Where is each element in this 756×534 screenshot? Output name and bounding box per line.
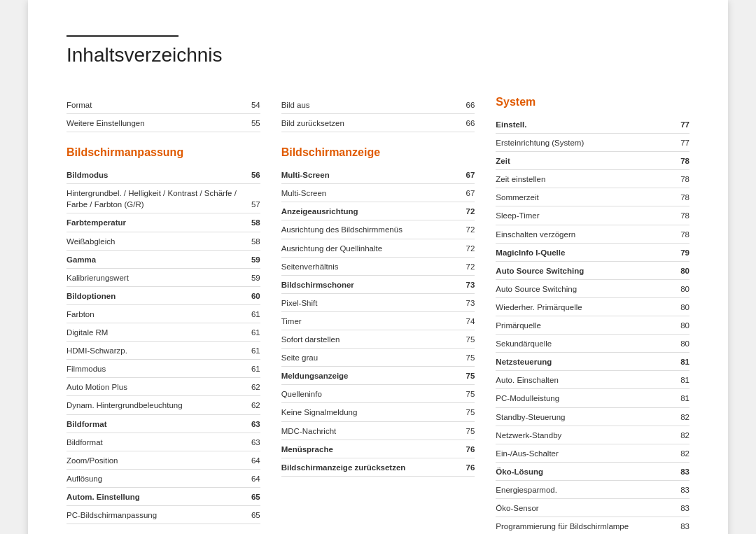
toc-entry: Format 54 — [66, 96, 260, 114]
entry-text: Quelleninfo — [281, 388, 466, 400]
entry-text: Multi-Screen — [281, 169, 466, 181]
entry-page: 62 — [251, 381, 260, 393]
entry-page: 56 — [251, 169, 260, 181]
entry-page: 81 — [680, 374, 690, 386]
toc-entry: Bildformat 63 — [66, 433, 260, 451]
entry-page: 63 — [251, 419, 260, 430]
entry-page: 72 — [466, 243, 475, 254]
entry-text: Primärquelle — [496, 320, 680, 331]
toc-entry: Ausrichtung des Bildschirmmenüs 72 — [281, 220, 475, 239]
entry-page: 75 — [466, 388, 475, 400]
entry-page: 76 — [466, 444, 475, 455]
entry-text: Sekundärquelle — [496, 338, 680, 349]
entry-page: 58 — [251, 236, 260, 247]
entry-page: 78 — [680, 229, 690, 240]
entry-text: Sofort darstellen — [281, 334, 466, 345]
entry-text: Farbton — [66, 309, 251, 320]
entry-text: Zeit — [496, 155, 680, 167]
toc-entry: Multi-Screen 67 — [281, 184, 475, 202]
entry-page: 64 — [251, 455, 260, 466]
entry-page: 82 — [680, 430, 690, 441]
toc-entry: Menüsprache 76 — [281, 440, 475, 458]
toc-entry: Öko-Sensor 83 — [496, 499, 690, 517]
entry-text: MDC-Nachricht — [281, 426, 466, 437]
entry-text: Netzsteuerung — [496, 356, 680, 367]
col2-top-entries: Bild aus 66 Bild zurücksetzen 66 — [281, 96, 475, 132]
entry-page: 78 — [680, 174, 690, 185]
entry-page: 83 — [680, 484, 690, 496]
toc-entry: Auto Motion Plus 62 — [66, 378, 260, 396]
toc-entry: MagicInfo I-Quelle 79 — [496, 244, 690, 262]
toc-entry: PC-Bildschirmanpassung 65 — [66, 506, 260, 524]
entry-text: Energiesparmod. — [496, 484, 680, 496]
entry-page: 82 — [680, 448, 690, 459]
entry-text: Auflösung — [66, 473, 251, 484]
toc-entry: Netzsteuerung 81 — [496, 353, 690, 371]
col2-sections: Bildschirmanzeige Multi-Screen 67 Multi-… — [281, 146, 475, 477]
toc-entry: Auto Source Switching 80 — [496, 280, 690, 298]
page-title: Inhaltsverzeichnis — [66, 44, 690, 68]
entry-page: 72 — [466, 261, 475, 272]
entry-text: Programmierung für Bildschirmlampe — [496, 521, 680, 532]
toc-entry: Dynam. Hintergrundbeleuchtung 62 — [66, 396, 260, 414]
entry-text: Weißabgleich — [66, 236, 251, 247]
entry-page: 59 — [251, 272, 260, 283]
toc-entry: Öko-Lösung 83 — [496, 463, 690, 481]
toc-entry: Farbtemperatur 58 — [66, 213, 260, 232]
entry-text: Autom. Einstellung — [66, 491, 251, 503]
entry-text: Bildschirmanzeige zurücksetzen — [281, 462, 466, 473]
entry-page: 57 — [251, 199, 260, 210]
entry-page: 66 — [466, 99, 475, 111]
entry-page: 75 — [466, 370, 475, 381]
page: Inhaltsverzeichnis Format 54 Weitere Ein… — [28, 0, 728, 534]
entry-text: Öko-Lösung — [496, 466, 680, 477]
entry-text: Standby-Steuerung — [496, 412, 680, 423]
toc-entry: Bildschirmschoner 73 — [281, 276, 475, 294]
column-1: Format 54 Weitere Einstellungen 55 Bilds… — [66, 96, 281, 534]
toc-entry: Multi-Screen 67 — [281, 166, 475, 184]
column-2: Bild aus 66 Bild zurücksetzen 66 Bildsch… — [281, 96, 496, 534]
entry-text: Digitale RM — [66, 327, 251, 338]
toc-entry: Auto Source Switching 80 — [496, 262, 690, 280]
toc-entry: Weißabgleich 58 — [66, 232, 260, 251]
col1-top-entries: Format 54 Weitere Einstellungen 55 — [66, 96, 260, 132]
toc-entry: PC-Modulleistung 81 — [496, 389, 690, 407]
toc-entry: HDMI-Schwarzp. 61 — [66, 342, 260, 360]
entry-page: 65 — [251, 510, 260, 521]
toc-entry: Sleep-Timer 78 — [496, 206, 690, 225]
entry-page: 81 — [680, 393, 690, 404]
entry-page: 64 — [251, 473, 260, 484]
entry-page: 59 — [251, 254, 260, 265]
toc-entry: Sekundärquelle 80 — [496, 335, 690, 353]
entry-page: 75 — [466, 334, 475, 345]
entry-page: 76 — [466, 462, 475, 473]
content-columns: Format 54 Weitere Einstellungen 55 Bilds… — [66, 96, 690, 534]
title-underline — [66, 35, 178, 37]
entry-text: Auto. Einschalten — [496, 374, 680, 386]
toc-entry: Ein-/Aus-Schalter 82 — [496, 444, 690, 463]
entry-text: Seite grau — [281, 352, 466, 363]
entry-text: Wiederher. Primärquelle — [496, 302, 680, 313]
entry-text: Ein-/Aus-Schalter — [496, 448, 680, 459]
toc-entry: Auto. Einschalten 81 — [496, 371, 690, 389]
entry-text: Ersteinrichtung (System) — [496, 137, 680, 148]
entry-text: Menüsprache — [281, 444, 466, 455]
toc-entry: Bildmodus 56 — [66, 166, 260, 184]
entry-page: 72 — [466, 206, 475, 217]
toc-entry: Hintergrundbel. / Helligkeit / Kontrast … — [66, 184, 260, 213]
toc-entry: Timer 74 — [281, 312, 475, 330]
entry-text: Multi-Screen — [281, 188, 466, 199]
entry-page: 55 — [251, 118, 260, 129]
entry-page: 63 — [251, 437, 260, 448]
entry-page: 83 — [680, 466, 690, 477]
entry-page: 80 — [680, 283, 690, 295]
entry-text: Kalibrierungswert — [66, 272, 251, 283]
toc-entry: Quelleninfo 75 — [281, 385, 475, 403]
entry-page: 80 — [680, 265, 690, 276]
entry-page: 78 — [680, 210, 690, 221]
entry-text: Zoom/Position — [66, 455, 251, 466]
entry-text: PC-Bildschirmanpassung — [66, 510, 251, 521]
toc-entry: Zeit 78 — [496, 152, 690, 170]
entry-page: 77 — [680, 119, 690, 130]
entry-text: PC-Modulleistung — [496, 393, 680, 404]
